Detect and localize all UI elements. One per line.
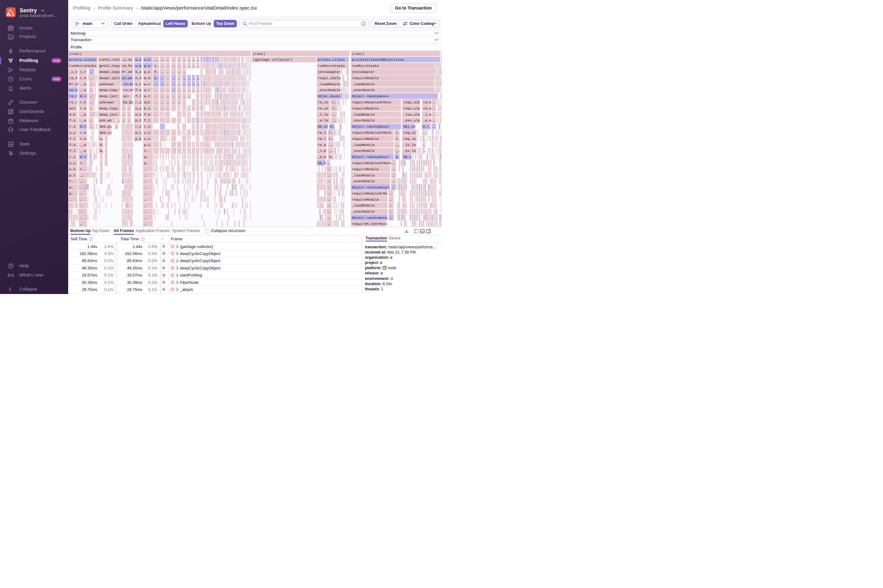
svg-text:…: … bbox=[128, 113, 130, 117]
svg-text:…: … bbox=[90, 100, 92, 104]
svg-text:_loa…ule: _loa…ule bbox=[403, 113, 420, 117]
svg-text:_c…st: _c…st bbox=[122, 58, 132, 62]
svg-text:requ…ule: requ…ule bbox=[404, 107, 420, 111]
svg-text:…: … bbox=[167, 88, 169, 92]
svg-text:r…c: r…c bbox=[135, 125, 141, 129]
svg-text:…: … bbox=[193, 82, 195, 86]
svg-text:…: … bbox=[189, 64, 191, 68]
svg-text:P…: P… bbox=[155, 70, 159, 74]
svg-text:_loadModule: _loadModule bbox=[351, 174, 375, 177]
svg-text:0…>: 0…> bbox=[80, 94, 87, 98]
svg-text:deepC…Copy: deepC…Copy bbox=[99, 70, 120, 74]
svg-text:requireModuleOrMock: requireModuleOrMock bbox=[352, 161, 392, 165]
svg-text:ca…n: ca…n bbox=[69, 76, 78, 80]
svg-text:u…y: u…y bbox=[144, 131, 150, 135]
svg-text:ba…$1: ba…$1 bbox=[123, 100, 134, 104]
svg-text:re…er: re…er bbox=[123, 82, 134, 86]
svg-text:…: … bbox=[179, 76, 180, 80]
svg-text:_execModule: _execModule bbox=[351, 149, 375, 153]
svg-text:p…: p… bbox=[69, 192, 74, 195]
svg-text:…: … bbox=[144, 216, 146, 220]
svg-text:…: … bbox=[197, 64, 200, 68]
svg-text:r…1: r…1 bbox=[144, 125, 150, 129]
svg-text:…: … bbox=[155, 94, 156, 98]
svg-text:_loadModule: _loadModule bbox=[351, 82, 375, 86]
svg-text:runMicrotasks: runMicrotasks bbox=[318, 64, 345, 68]
svg-text:…: … bbox=[173, 58, 175, 62]
svg-text:?: ? bbox=[142, 238, 144, 241]
svg-text:…: … bbox=[128, 107, 130, 111]
svg-text:requireModule: requireModule bbox=[352, 76, 379, 80]
svg-text:…: … bbox=[161, 88, 163, 92]
svg-text:_…: _… bbox=[329, 143, 333, 147]
svg-text:w…: w… bbox=[69, 186, 74, 189]
svg-text:…: … bbox=[173, 82, 175, 86]
svg-text:re…e: re…e bbox=[318, 143, 326, 147]
svg-text:Objec…mous>: Objec…mous> bbox=[318, 94, 341, 98]
svg-text:…: … bbox=[193, 58, 195, 62]
svg-text:requireM…leOrMock: requireM…leOrMock bbox=[352, 222, 387, 226]
svg-text:(root): (root) bbox=[253, 52, 266, 56]
svg-text:…: … bbox=[155, 88, 156, 92]
svg-text:…: … bbox=[155, 82, 156, 86]
svg-text:…: … bbox=[90, 82, 92, 86]
svg-text:O…: O… bbox=[330, 125, 335, 129]
svg-text:…: … bbox=[161, 76, 163, 80]
svg-text:w…c: w…c bbox=[144, 82, 150, 86]
svg-text:…: … bbox=[123, 119, 125, 123]
svg-text:f…l: f…l bbox=[69, 137, 76, 141]
svg-text:…: … bbox=[197, 82, 200, 86]
svg-text:f…e: f…e bbox=[144, 113, 150, 117]
svg-text:…: … bbox=[433, 125, 435, 129]
svg-text:r…e: r…e bbox=[80, 137, 87, 141]
svg-text:…: … bbox=[189, 88, 191, 92]
svg-text:…: … bbox=[144, 180, 146, 183]
svg-text:re…k: re…k bbox=[423, 100, 432, 104]
svg-text:u…y: u…y bbox=[69, 131, 76, 135]
svg-text:_…: _… bbox=[332, 113, 336, 117]
svg-text:…: … bbox=[390, 192, 392, 195]
svg-text:f…s: f…s bbox=[69, 119, 75, 123]
svg-text:…: … bbox=[173, 64, 175, 68]
svg-text:a…t: a…t bbox=[144, 94, 150, 98]
svg-text:…: … bbox=[118, 119, 120, 123]
svg-text:…: … bbox=[90, 119, 92, 123]
svg-text:…: … bbox=[183, 70, 186, 74]
svg-text:…: … bbox=[390, 210, 392, 214]
svg-text:…: … bbox=[183, 94, 186, 98]
svg-text:Object.<anonymous>: Object.<anonymous> bbox=[352, 125, 389, 129]
svg-text:_…e: _…e bbox=[80, 119, 87, 123]
svg-text:…: … bbox=[392, 168, 395, 171]
svg-text:…: … bbox=[90, 70, 92, 74]
svg-text:…: … bbox=[144, 174, 146, 177]
svg-text:dee…py: dee…py bbox=[100, 125, 113, 129]
svg-text:0…k: 0…k bbox=[69, 113, 76, 117]
svg-text:r…e: r…e bbox=[80, 76, 87, 80]
svg-text:…: … bbox=[179, 64, 180, 68]
svg-text:…: … bbox=[90, 107, 92, 111]
svg-text:…: … bbox=[423, 137, 425, 141]
svg-text:…: … bbox=[328, 174, 330, 177]
svg-text:_…: _… bbox=[80, 180, 84, 183]
svg-text:Object.<anonymous: Object.<anonymous bbox=[352, 216, 387, 220]
svg-text:u…n: u…n bbox=[144, 137, 150, 141]
svg-text:_e…e: _e…e bbox=[423, 119, 432, 123]
svg-text:jestAdapter: jestAdapter bbox=[318, 70, 341, 74]
svg-text:_…: _… bbox=[329, 149, 333, 153]
svg-text:_e…e: _e…e bbox=[317, 155, 326, 159]
svg-text:w…: w… bbox=[144, 155, 148, 159]
svg-text:_loadModule: _loadModule bbox=[351, 113, 375, 117]
svg-text:u…e: u…e bbox=[135, 64, 142, 68]
svg-text:…: … bbox=[144, 168, 146, 171]
svg-text:0…>: 0…> bbox=[80, 155, 87, 159]
svg-text:…: … bbox=[161, 107, 163, 111]
svg-text:…: … bbox=[328, 222, 330, 226]
svg-text:…: … bbox=[183, 64, 186, 68]
svg-text:…: … bbox=[433, 119, 435, 123]
svg-text:…: … bbox=[197, 76, 200, 80]
svg-text:…: … bbox=[197, 88, 200, 92]
svg-text:…: … bbox=[183, 82, 186, 86]
svg-text:_…e: _…e bbox=[80, 149, 87, 153]
svg-text:…: … bbox=[80, 204, 82, 207]
svg-text:…: … bbox=[167, 64, 169, 68]
